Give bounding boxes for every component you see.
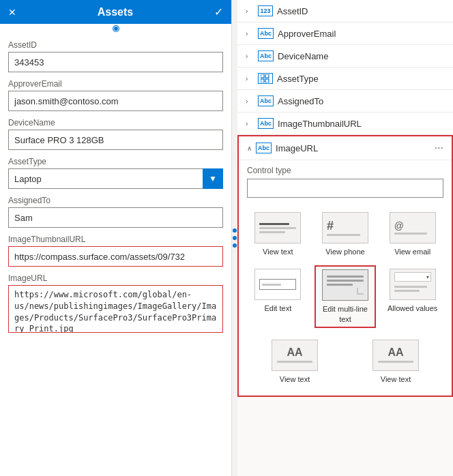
expanded-header: ∧ Abc ImageURL ··· [239, 136, 452, 160]
control-view-email[interactable]: @ View email [381, 209, 443, 260]
control-view-text-label: View text [263, 247, 293, 256]
field-name-imagethumbnailurl: ImageThumbnailURL [278, 119, 445, 129]
chevron-icon: › [246, 75, 254, 83]
aa-text-icon-2: AA [388, 347, 403, 358]
control-view-text-large-label-2: View text [381, 374, 411, 384]
label-imageurl: ImageURL [8, 273, 223, 283]
chevron-icon: › [246, 8, 254, 15]
field-devicename: DeviceName [8, 118, 223, 150]
field-name-assettype: AssetType [277, 74, 445, 84]
expanded-section-title: ImageURL [276, 143, 430, 153]
control-type-input[interactable] [247, 179, 443, 198]
list-item-assetid[interactable]: › 123 AssetID [237, 0, 453, 23]
view-text-large-icon-1: AA [272, 340, 318, 371]
control-view-text-large-2[interactable]: AA View text [348, 336, 443, 387]
field-name-approveremail: ApproverEmail [278, 29, 445, 39]
input-assignedto[interactable] [8, 207, 223, 228]
control-edit-text[interactable]: Edit text [247, 265, 309, 328]
chevron-icon: › [246, 98, 254, 105]
type-badge-assetid: 123 [258, 5, 273, 16]
field-imageurl: ImageURL https://www.microsoft.com/globa… [8, 273, 223, 333]
chevron-icon: › [246, 120, 254, 128]
field-list: › 123 AssetID › Abc ApproverEmail › Abc … [237, 0, 453, 135]
edit-multiline-icon [322, 269, 368, 301]
panel-header: ✕ Assets ✓ [0, 0, 231, 24]
view-text-large-icon-2: AA [372, 340, 419, 371]
control-allowed-values-label: Allowed values [388, 303, 437, 313]
label-devicename: DeviceName [8, 118, 223, 128]
textarea-imageurl[interactable]: https://www.microsoft.com/global/en-us/n… [8, 285, 223, 333]
input-approveremail[interactable] [8, 91, 223, 111]
bottom-controls-row: AA View text AA View text [239, 336, 452, 396]
check-icon[interactable]: ✓ [214, 5, 223, 18]
allowed-values-icon: ▾ [390, 269, 436, 300]
control-allowed-values[interactable]: ▾ Allowed values [381, 265, 443, 328]
control-view-email-label: View email [394, 247, 430, 256]
label-assignedto: AssignedTo [8, 196, 223, 205]
control-view-text[interactable]: View text [247, 209, 309, 260]
input-assetid[interactable] [8, 52, 223, 72]
field-assignedto: AssignedTo [8, 196, 223, 228]
field-imagethumbnailurl: ImageThumbnailURL [8, 235, 223, 267]
svg-rect-1 [265, 74, 269, 78]
aa-text-icon-1: AA [287, 347, 302, 358]
chevron-icon: › [246, 53, 254, 60]
svg-rect-2 [261, 79, 264, 83]
header-right-icons: ✓ [214, 5, 223, 18]
type-badge-imagethumbnailurl: Abc [258, 118, 274, 129]
right-panel: › 123 AssetID › Abc ApproverEmail › Abc … [237, 0, 453, 476]
type-badge-approveremail: Abc [258, 28, 274, 39]
control-view-text-large-1[interactable]: AA View text [247, 336, 342, 387]
select-assettype[interactable]: Laptop [8, 168, 223, 189]
control-type-section: Control type [239, 160, 452, 203]
at-icon: @ [394, 221, 404, 230]
type-badge-assettype [258, 73, 273, 84]
control-view-phone[interactable]: # View phone [315, 209, 377, 260]
control-view-phone-label: View phone [325, 247, 364, 256]
list-item-devicename[interactable]: › Abc DeviceName [237, 45, 453, 68]
view-phone-icon: # [322, 212, 368, 243]
control-grid: View text # View phone @ View [239, 203, 452, 336]
panel-title: Assets [98, 6, 133, 18]
view-email-icon: @ [390, 212, 436, 243]
field-name-devicename: DeviceName [278, 51, 445, 61]
input-devicename[interactable] [8, 130, 223, 150]
more-options-icon[interactable]: ··· [435, 142, 443, 154]
list-item-assignedto[interactable]: › Abc AssignedTo [237, 90, 453, 113]
field-name-assetid: AssetID [277, 6, 445, 16]
control-view-text-large-label-1: View text [280, 374, 310, 384]
type-badge-assignedto: Abc [258, 95, 274, 106]
label-approveremail: ApproverEmail [8, 79, 223, 89]
hash-icon: # [327, 220, 334, 232]
field-name-assignedto: AssignedTo [278, 96, 445, 106]
input-imagethumbnailurl[interactable] [8, 246, 223, 267]
list-item-approveremail[interactable]: › Abc ApproverEmail [237, 23, 453, 45]
type-badge-imageurl-expanded: Abc [256, 143, 272, 153]
svg-rect-0 [261, 74, 264, 78]
dropdown-sim: ▾ [394, 272, 431, 282]
control-edit-multiline-label: Edit multi-line text [319, 304, 372, 324]
expanded-imageurl-section: ∧ Abc ImageURL ··· Control type [237, 135, 453, 397]
svg-rect-3 [265, 79, 269, 83]
control-edit-text-label: Edit text [264, 303, 291, 313]
expand-chevron-icon[interactable]: ∧ [247, 145, 252, 152]
edit-text-icon [254, 269, 301, 300]
left-panel: ✕ Assets ✓ AssetID ApproverEmail [0, 0, 232, 476]
header-left-icons: ✕ [8, 7, 16, 18]
field-approveremail: ApproverEmail [8, 79, 223, 111]
label-imagethumbnailurl: ImageThumbnailURL [8, 235, 223, 244]
list-item-imagethumbnailurl[interactable]: › Abc ImageThumbnailURL [237, 113, 453, 135]
select-wrapper-assettype: Laptop ▼ [8, 168, 223, 189]
list-item-assettype[interactable]: › AssetType [237, 68, 453, 90]
panel-body: AssetID ApproverEmail DeviceName AssetTy… [0, 33, 231, 476]
control-type-label: Control type [247, 166, 443, 175]
field-assettype: AssetType Laptop ▼ [8, 157, 223, 189]
view-text-icon [254, 212, 301, 243]
label-assetid: AssetID [8, 40, 223, 50]
field-assetid: AssetID [8, 40, 223, 72]
label-assettype: AssetType [8, 157, 223, 166]
chevron-icon: › [246, 30, 254, 38]
control-edit-multiline[interactable]: Edit multi-line text [315, 265, 377, 328]
close-icon[interactable]: ✕ [8, 7, 16, 18]
type-badge-devicename: Abc [258, 50, 274, 61]
